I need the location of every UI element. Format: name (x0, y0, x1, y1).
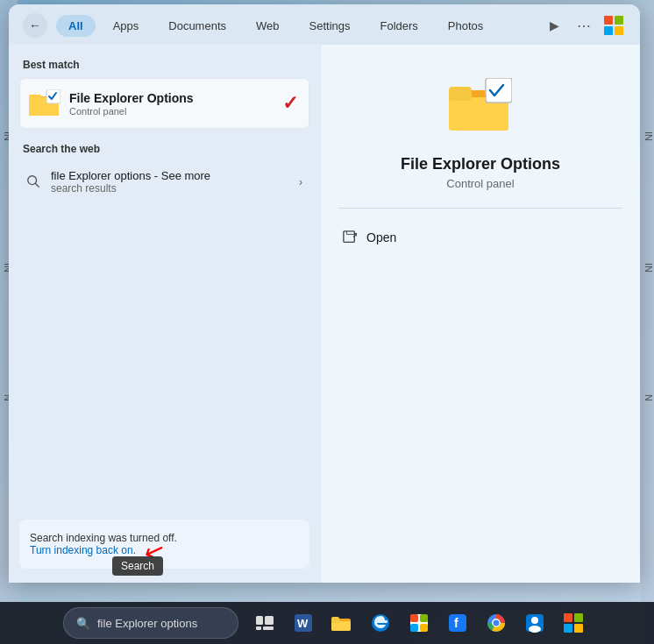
tab-all[interactable]: All (56, 15, 96, 37)
svg-point-32 (494, 620, 500, 626)
web-search-query: file Explorer options (51, 169, 151, 182)
copilot-q1 (564, 613, 572, 622)
file-explorer-icon (29, 88, 60, 119)
detail-title: File Explorer Options (401, 155, 560, 173)
file-explorer-button[interactable] (324, 605, 359, 640)
svg-text:W: W (297, 617, 309, 630)
svg-rect-14 (265, 616, 274, 625)
taskbar: 🔍 file Explorer options W (0, 602, 654, 644)
open-icon (342, 230, 358, 245)
edge-icon (371, 613, 390, 633)
word-button[interactable]: W (286, 605, 321, 640)
more-icon: ⋯ (577, 18, 592, 34)
best-match-text: File Explorer Options Control panel (69, 91, 300, 117)
tab-documents[interactable]: Documents (156, 15, 238, 37)
taskview-button[interactable] (247, 605, 282, 640)
search-window: ← All Apps Documents Web Settings Folder… (9, 4, 640, 583)
copilot-icon (564, 613, 583, 633)
taskbar-search-icon: 🔍 (76, 617, 90, 630)
tab-photos[interactable]: Photos (436, 15, 495, 37)
play-button[interactable]: ▶ (542, 13, 566, 38)
red-checkmark: ✓ (282, 92, 298, 115)
store-icon (409, 613, 429, 633)
tab-folders[interactable]: Folders (368, 15, 430, 37)
store-button[interactable] (402, 605, 437, 640)
ms-q3 (604, 26, 613, 35)
facebook-icon: f (448, 613, 467, 633)
taskview-icon (256, 616, 274, 630)
svg-point-35 (529, 626, 541, 633)
web-search-item[interactable]: file Explorer options - See more search … (19, 162, 309, 202)
best-match-label: Best match (19, 59, 309, 71)
side-strip-right: IN IN N (641, 0, 654, 644)
in-label-r2: IN (643, 263, 654, 272)
search-panel: ← All Apps Documents Web Settings Folder… (9, 4, 640, 600)
taskbar-search-bar[interactable]: 🔍 file Explorer options (63, 607, 238, 639)
detail-divider (338, 208, 622, 209)
taskbar-center: 🔍 file Explorer options W (63, 605, 591, 640)
bottom-notice: Search indexing was turned off. Turn ind… (19, 520, 309, 569)
best-match-item[interactable]: File Explorer Options Control panel ✓ (19, 78, 309, 129)
chrome-icon (487, 613, 506, 633)
facebook-button[interactable]: f (440, 605, 475, 640)
chrome-button[interactable] (479, 605, 514, 640)
word-icon: W (293, 612, 314, 633)
svg-rect-25 (420, 614, 428, 622)
content-area: Best match (9, 45, 640, 583)
svg-rect-21 (331, 617, 339, 623)
back-button[interactable]: ← (23, 13, 47, 38)
left-panel: Best match (9, 45, 320, 583)
tab-settings[interactable]: Settings (297, 15, 363, 37)
ms-logo-grid (604, 16, 623, 35)
windows-logo (601, 13, 626, 38)
detail-folder-icon (445, 71, 515, 141)
play-icon: ▶ (550, 18, 559, 32)
svg-rect-27 (420, 624, 428, 632)
copilot-q2 (574, 613, 583, 622)
bottom-notice-text: Search indexing was turned off. (30, 532, 299, 544)
copilot-button[interactable] (556, 605, 591, 640)
web-search-text-container: file Explorer options - See more search … (51, 169, 299, 195)
best-match-title: File Explorer Options (69, 91, 300, 105)
svg-text:f: f (454, 616, 459, 630)
best-match-subtitle: Control panel (69, 106, 300, 117)
svg-rect-26 (410, 624, 418, 632)
web-section-label: Search the web (19, 143, 309, 155)
tab-web[interactable]: Web (244, 15, 292, 37)
svg-rect-9 (449, 87, 472, 101)
web-search-main: file Explorer options - See more (51, 169, 299, 182)
web-search-see-more: - See more (151, 169, 210, 182)
people-icon (525, 613, 544, 633)
right-panel: File Explorer Options Control panel (320, 45, 640, 583)
tab-apps[interactable]: Apps (101, 15, 152, 37)
taskbar-search-text: file Explorer options (97, 617, 197, 630)
web-search-icon (26, 174, 42, 190)
open-label: Open (366, 230, 396, 244)
svg-rect-16 (263, 626, 274, 630)
ms-q1 (604, 16, 613, 25)
detail-subtitle: Control panel (446, 177, 514, 190)
copilot-q3 (564, 624, 572, 633)
back-icon: ← (29, 18, 41, 32)
edge-button[interactable] (363, 605, 398, 640)
filter-tabs: ← All Apps Documents Web Settings Folder… (9, 4, 640, 45)
people-button[interactable] (517, 605, 552, 640)
svg-line-6 (35, 183, 39, 187)
file-explorer-taskbar-icon (331, 613, 352, 633)
svg-point-34 (531, 617, 538, 624)
web-search-sub: search results (51, 182, 299, 195)
svg-rect-13 (256, 616, 263, 625)
svg-rect-24 (410, 614, 418, 622)
open-action[interactable]: Open (338, 223, 622, 252)
copilot-q4 (574, 624, 583, 633)
ms-q2 (615, 16, 623, 25)
svg-rect-11 (344, 231, 354, 242)
in-label-r1: IN (643, 131, 654, 141)
web-search-arrow-icon: › (299, 176, 302, 188)
svg-rect-15 (256, 626, 261, 630)
in-label-r3: N (643, 394, 654, 401)
more-button[interactable]: ⋯ (572, 13, 596, 38)
desktop: IN IN N IN IN N ← All Apps Documents Web… (0, 0, 654, 644)
turn-indexing-link[interactable]: Turn indexing back on. (30, 544, 136, 556)
ms-q4 (615, 26, 623, 35)
